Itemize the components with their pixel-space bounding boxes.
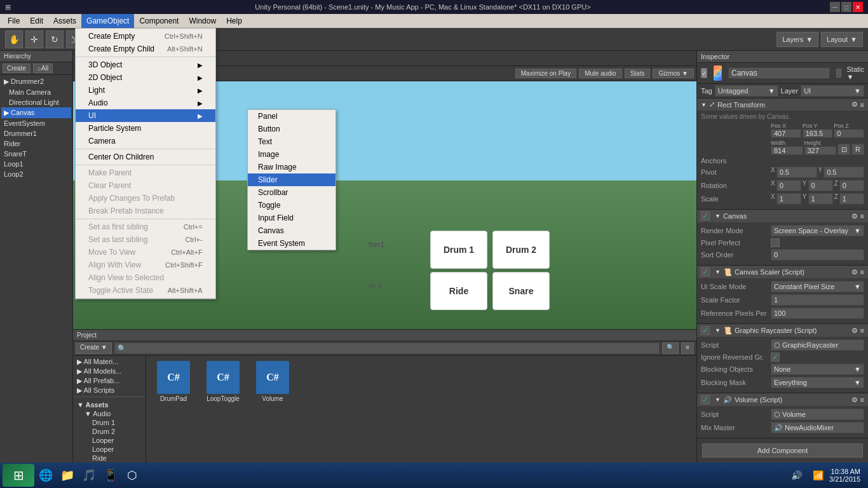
rotate-tool[interactable]: ↻ (46, 30, 64, 48)
pivot-y[interactable]: 0.5 (824, 166, 864, 178)
taskbar-app[interactable]: 📱 (100, 465, 121, 485)
proj-looper2[interactable]: Looper (74, 445, 144, 454)
rt-settings-icon[interactable]: ⚙ (851, 100, 858, 109)
3d-object-item[interactable]: 3D Object ▶ (76, 58, 215, 71)
asset-looptoggle[interactable]: C# LoopToggle (201, 361, 245, 402)
hier-item-loop1[interactable]: Loop1 (1, 159, 71, 169)
pos-z-val[interactable]: 0 (834, 129, 864, 138)
proj-drum1[interactable]: Drum 1 (74, 418, 144, 427)
blocking-mask-dropdown[interactable]: Everything ▼ (771, 377, 864, 388)
drum-pad-ride[interactable]: Ride (430, 272, 487, 310)
proj-looper1[interactable]: Looper (74, 436, 144, 445)
static-checkbox[interactable] (836, 69, 842, 78)
scale-factor-val[interactable]: 1 (771, 294, 864, 306)
constrain-btn[interactable]: ⊡ (837, 144, 850, 155)
rot-x[interactable]: 0 (776, 180, 801, 191)
canvas-scaler-check[interactable]: ✓ (701, 268, 710, 276)
vol-settings-icon[interactable]: ⚙ (851, 396, 858, 404)
menu-window[interactable]: Window (184, 14, 221, 28)
hier-item-loop2[interactable]: Loop2 (1, 169, 71, 179)
object-enabled-checkbox[interactable]: ✓ (701, 68, 707, 78)
canvas-menu-icon[interactable]: ≡ (860, 212, 864, 220)
layers-dropdown[interactable]: Layers ▼ (776, 32, 818, 47)
create-empty-child-item[interactable]: Create Empty Child Alt+Shift+N (76, 43, 215, 55)
menu-edit[interactable]: Edit (25, 14, 48, 28)
sort-order-val[interactable]: 0 (771, 249, 864, 261)
cs-menu-icon[interactable]: ≡ (860, 268, 864, 276)
proj-all-scripts[interactable]: ▶ All Scripts (74, 386, 144, 395)
menu-file[interactable]: File (3, 14, 25, 28)
volume-header[interactable]: ✓ ▼ 🔊 Volume (Script) ⚙ ≡ (697, 393, 868, 406)
proj-audio[interactable]: ▼ Audio (74, 409, 144, 418)
maximize-button[interactable]: □ (841, 2, 851, 12)
canvas-scaler-header[interactable]: ✓ ▼ 📜 Canvas Scaler (Script) ⚙ ≡ (697, 266, 868, 278)
menu-component[interactable]: Component (134, 14, 184, 28)
render-mode-dropdown[interactable]: Screen Space - Overlay ▼ (771, 225, 864, 236)
proj-ride[interactable]: Ride (74, 454, 144, 463)
start-button[interactable]: ⊞ (3, 464, 34, 487)
gr-check[interactable]: ✓ (701, 326, 710, 335)
mute-audio-btn[interactable]: Mute audio (579, 69, 621, 78)
rt-menu-icon[interactable]: ≡ (860, 101, 864, 109)
move-to-view-item[interactable]: Move To View Ctrl+Alt+F (76, 246, 215, 259)
hier-item-main-camera[interactable]: Main Camera (1, 87, 71, 97)
canvas-settings-icon[interactable]: ⚙ (851, 212, 858, 220)
event-system-item[interactable]: Event System (248, 237, 336, 250)
width-val[interactable]: 814 (771, 146, 803, 155)
hier-item-snaret[interactable]: SnareT (1, 149, 71, 159)
make-parent-item[interactable]: Make Parent (76, 166, 215, 179)
break-prefab-item[interactable]: Break Prefab Instance (76, 205, 215, 217)
move-tool[interactable]: ✛ (25, 30, 43, 48)
toggle-item[interactable]: Toggle (248, 199, 336, 212)
close-button[interactable]: ✕ (853, 2, 863, 12)
graphic-raycaster-header[interactable]: ✓ ▼ 📜 Graphic Raycaster (Script) ⚙ ≡ (697, 324, 868, 337)
blocking-objects-dropdown[interactable]: None ▼ (771, 363, 864, 375)
panel-item[interactable]: Panel (248, 110, 336, 123)
gr-menu-icon[interactable]: ≡ (860, 327, 864, 334)
align-view-selected-item[interactable]: Align View to Selected (76, 271, 215, 284)
hier-item-drummer2[interactable]: ▶ Drummer2 (1, 76, 71, 87)
slider-item[interactable]: Slider (248, 173, 336, 186)
rect-transform-header[interactable]: ▼ ⤢ Rect Transform ⚙ ≡ (697, 98, 868, 111)
scale-x[interactable]: 1 (776, 193, 801, 205)
proj-all-materi[interactable]: ▶ All Materi... (74, 357, 144, 367)
camera-item[interactable]: Camera (76, 135, 215, 147)
menu-assets[interactable]: Assets (48, 14, 81, 28)
maximize-play-btn[interactable]: Maximize on Play (515, 69, 576, 78)
proj-all-prefabs[interactable]: ▶ All Prefab... (74, 376, 144, 386)
raw-image-item[interactable]: Raw Image (248, 161, 336, 173)
gr-script-val[interactable]: ⬡ GraphicRaycaster (771, 339, 864, 351)
2d-object-item[interactable]: 2D Object ▶ (76, 71, 215, 84)
height-val[interactable]: 327 (804, 146, 837, 155)
drum-pad-1[interactable]: Drum 1 (430, 231, 487, 269)
create-empty-item[interactable]: Create Empty Ctrl+Shift+N (76, 30, 215, 43)
proj-drum2[interactable]: Drum 2 (74, 427, 144, 436)
scale-z[interactable]: 1 (839, 193, 864, 205)
layout-dropdown[interactable]: Layout ▼ (821, 32, 863, 47)
taskbar-unity[interactable]: ⬡ (122, 465, 142, 485)
audio-item[interactable]: Audio ▶ (76, 97, 215, 109)
tag-dropdown[interactable]: Untagged ▼ (715, 85, 778, 97)
hierarchy-search-btn[interactable]: ⌕All (33, 64, 53, 73)
menu-gameobject[interactable]: GameObject (81, 14, 134, 28)
taskbar-explorer[interactable]: 📁 (57, 465, 78, 485)
rot-z[interactable]: 0 (839, 180, 864, 191)
drum-pad-2[interactable]: Drum 2 (492, 231, 550, 269)
canvas-section-header[interactable]: ✓ ▼ Canvas ⚙ ≡ (697, 210, 868, 222)
taskbar-tray-sound[interactable]: 🔊 (786, 465, 806, 485)
project-options-btn[interactable]: ≡ (681, 342, 694, 354)
stats-btn[interactable]: Stats (625, 69, 651, 78)
layer-dropdown[interactable]: UI ▼ (801, 85, 864, 97)
center-on-children-item[interactable]: Center On Children (76, 151, 215, 163)
gr-settings-icon[interactable]: ⚙ (851, 327, 858, 335)
light-item[interactable]: Light ▶ (76, 84, 215, 97)
gizmos-btn[interactable]: Gizmos ▼ (653, 69, 694, 78)
asset-drumpad[interactable]: C# DrumPad (151, 361, 196, 402)
hier-item-rider[interactable]: Rider (1, 139, 71, 149)
taskbar-media[interactable]: 🎵 (79, 465, 99, 485)
mix-master-val[interactable]: 🔊 NewAudioMixer (771, 422, 864, 433)
particle-system-item[interactable]: Particle System (76, 122, 215, 135)
scrollbar-item[interactable]: Scrollbar (248, 186, 336, 199)
button-item[interactable]: Button (248, 123, 336, 135)
vol-menu-icon[interactable]: ≡ (860, 396, 864, 403)
